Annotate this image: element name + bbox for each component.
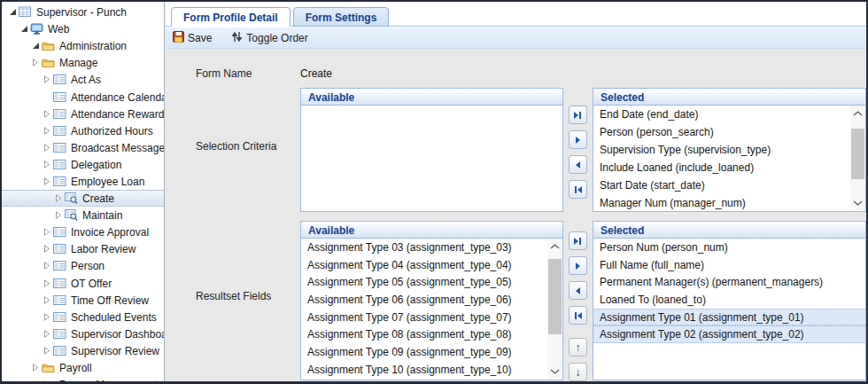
list-item[interactable]: Permanent Manager(s) (permanent_managers… — [593, 273, 865, 291]
scroll-down-button[interactable] — [850, 195, 865, 210]
tree-item-act-as[interactable]: Act As — [2, 71, 164, 88]
scrollbar[interactable] — [850, 106, 865, 210]
tree-item-broadcast-message[interactable]: Broadcast Message — [2, 139, 164, 156]
list-item[interactable]: Assignment Type 02 (assignment_type_02) — [593, 325, 865, 343]
list-item[interactable]: Assignment Type 08 (assignment_type_08) — [301, 325, 562, 343]
tree-item-manage[interactable]: Manage — [2, 54, 164, 71]
list-item[interactable]: Assignment Type 04 (assignment_type_04) — [301, 256, 562, 274]
scroll-up-button[interactable] — [547, 239, 562, 254]
resultset-fields-available-listbody[interactable]: Assignment Type 03 (assignment_type_03)A… — [301, 239, 562, 379]
tree-item-supervisor-dashboard[interactable]: Supervisor Dashboard — [2, 325, 164, 342]
tree-item-maintain[interactable]: Maintain — [2, 207, 164, 223]
list-item[interactable]: End Date (end_date) — [593, 106, 865, 123]
toggle-order-icon — [231, 31, 243, 45]
tree-item-authorized-hours[interactable]: Authorized Hours — [2, 122, 164, 139]
collapsed-arrow-icon[interactable] — [43, 330, 52, 338]
resultset-fields-label: Resultset Fields — [196, 290, 271, 302]
scrollbar-thumb[interactable] — [851, 129, 864, 179]
selection-criteria-label: Selection Criteria — [196, 140, 276, 153]
tree-item-create[interactable]: Create — [2, 190, 164, 207]
list-item[interactable]: Manager Num (manager_num) — [593, 194, 865, 210]
tree-item-supervisor-punch[interactable]: Supervisor - Punch — [2, 4, 164, 20]
collapsed-arrow-icon[interactable] — [32, 380, 41, 381]
tab-label: Form Settings — [306, 12, 377, 24]
move-all-left-button[interactable] — [569, 306, 587, 325]
list-item[interactable]: Start Date (start_date) — [593, 176, 865, 194]
collapsed-arrow-icon[interactable] — [43, 110, 52, 118]
tree-item-label: Manage — [59, 56, 97, 69]
collapsed-arrow-icon[interactable] — [43, 313, 52, 321]
collapsed-arrow-icon[interactable] — [55, 211, 64, 219]
tree-item-label: Supervisor - Punch — [36, 5, 127, 19]
collapsed-arrow-icon[interactable] — [55, 194, 64, 202]
collapsed-arrow-icon[interactable] — [43, 161, 52, 168]
list-item[interactable]: Include Loaned (include_loaned) — [593, 159, 865, 176]
form-icon — [53, 345, 68, 357]
tab-form-profile-detail[interactable]: Form Profile Detail — [171, 7, 291, 27]
expanded-arrow-icon[interactable] — [9, 8, 18, 16]
list-item[interactable]: Person Num (person_num) — [593, 239, 865, 256]
tree-item-attendance-reward[interactable]: Attendance Reward — [2, 106, 164, 122]
list-item[interactable]: Assignment Type 07 (assignment_type_07) — [301, 309, 562, 326]
tree-item-attendance-calendar[interactable]: Attendance Calendar — [2, 88, 164, 105]
list-item[interactable]: Assignment Type 09 (assignment_type_09) — [301, 343, 562, 361]
selection-criteria-transfer-buttons — [569, 106, 587, 199]
tree-item-invoice-approval[interactable]: Invoice Approval — [2, 223, 164, 240]
tree-item-scheduled-events[interactable]: Scheduled Events — [2, 309, 164, 325]
move-left-button[interactable] — [569, 281, 587, 300]
selection-criteria-selected-listbody[interactable]: End Date (end_date)Person (person_search… — [593, 106, 865, 210]
collapsed-arrow-icon[interactable] — [43, 228, 52, 236]
move-up-button[interactable]: ↑ — [569, 338, 587, 357]
scrollbar-thumb[interactable] — [548, 259, 562, 334]
move-right-button[interactable] — [569, 256, 587, 275]
tree-item-web[interactable]: Web — [2, 20, 164, 37]
collapsed-arrow-icon[interactable] — [43, 262, 52, 270]
tree-item-delegation[interactable]: Delegation — [2, 156, 164, 173]
toggle-order-button[interactable]: Toggle Order — [229, 30, 310, 46]
collapsed-arrow-icon[interactable] — [43, 347, 52, 355]
collapsed-arrow-icon[interactable] — [43, 144, 52, 152]
move-all-right-button[interactable] — [569, 231, 587, 250]
collapsed-arrow-icon[interactable] — [43, 177, 52, 185]
collapsed-arrow-icon[interactable] — [32, 59, 41, 67]
move-down-button[interactable]: ↓ — [569, 363, 587, 381]
tree-item-person-management[interactable]: Person Management — [2, 376, 164, 381]
move-left-button[interactable] — [569, 155, 587, 174]
collapsed-arrow-icon[interactable] — [43, 127, 52, 135]
list-item[interactable]: Assignment Type 05 (assignment_type_05) — [301, 273, 562, 291]
tree-item-administration[interactable]: Administration — [2, 37, 164, 54]
list-item[interactable]: Person (person_search) — [593, 123, 865, 141]
scrollbar[interactable] — [547, 239, 562, 379]
collapsed-arrow-icon[interactable] — [43, 245, 52, 253]
tree-item-payroll[interactable]: Payroll — [2, 359, 164, 376]
resultset-fields-selected-listbody[interactable]: Person Num (person_num)Full Name (full_n… — [593, 239, 865, 379]
scroll-down-button[interactable] — [547, 364, 562, 379]
collapsed-arrow-icon[interactable] — [32, 364, 41, 372]
selection-criteria-available-listbody[interactable] — [301, 106, 562, 210]
expanded-arrow-icon[interactable] — [32, 42, 41, 50]
selected-list-header: Selected — [593, 89, 865, 106]
tree-item-labor-review[interactable]: Labor Review — [2, 240, 164, 257]
move-all-left-button[interactable] — [569, 180, 587, 199]
list-item[interactable]: Full Name (full_name) — [593, 256, 865, 274]
collapsed-arrow-icon[interactable] — [43, 75, 52, 83]
collapsed-arrow-icon[interactable] — [43, 296, 52, 304]
expanded-arrow-icon[interactable] — [20, 25, 29, 33]
move-all-right-button[interactable] — [569, 106, 587, 124]
tree-item-supervisor-review[interactable]: Supervisor Review — [2, 342, 164, 359]
list-item[interactable]: Assignment Type 03 (assignment_type_03) — [301, 239, 562, 256]
scroll-up-button[interactable] — [850, 106, 865, 121]
list-item[interactable]: Assignment Type 01 (assignment_type_01) — [593, 309, 865, 326]
tree-item-person[interactable]: Person — [2, 257, 164, 274]
collapsed-arrow-icon[interactable] — [43, 279, 52, 287]
list-item[interactable]: Supervision Type (supervision_type) — [593, 141, 865, 159]
list-item[interactable]: Assignment Type 06 (assignment_type_06) — [301, 291, 562, 309]
move-right-button[interactable] — [569, 130, 587, 149]
tab-form-settings[interactable]: Form Settings — [293, 7, 390, 27]
list-item[interactable]: Assignment Type 10 (assignment_type_10) — [301, 361, 562, 379]
tree-item-time-off-review[interactable]: Time Off Review — [2, 292, 164, 309]
list-item[interactable]: Loaned To (loaned_to) — [593, 291, 865, 309]
tree-item-employee-loan[interactable]: Employee Loan — [2, 173, 164, 190]
save-button[interactable]: Save — [170, 30, 214, 46]
tree-item-ot-offer[interactable]: OT Offer — [2, 275, 164, 292]
